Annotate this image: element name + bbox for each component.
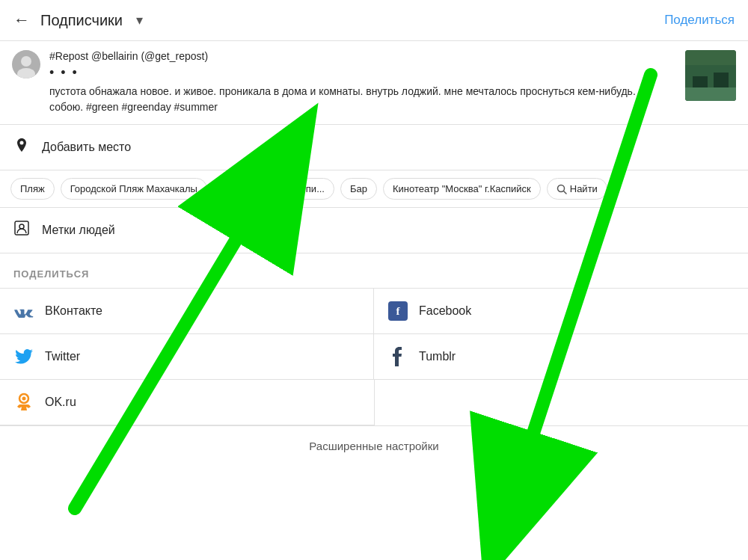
share-button[interactable]: Поделиться: [664, 13, 735, 28]
svg-point-13: [22, 397, 26, 401]
share-heading: ПОДЕЛИТЬСЯ: [13, 268, 89, 280]
avatar: [12, 50, 40, 79]
twitter-label: Twitter: [45, 350, 80, 363]
svg-point-11: [19, 224, 24, 229]
chip-bar[interactable]: Бар: [340, 178, 377, 200]
okru-label: OK.ru: [45, 396, 76, 409]
post-section: #Repost @bellairin (@get_repost) • • • п…: [0, 41, 748, 125]
dropdown-icon[interactable]: ▾: [136, 12, 143, 28]
vk-icon: [13, 301, 34, 321]
social-item-okru[interactable]: OK.ru: [0, 380, 374, 425]
social-item-facebook[interactable]: f Facebook: [374, 289, 748, 334]
tag-section[interactable]: Метки людей: [0, 208, 748, 253]
advanced-label: Расширенные настройки: [309, 440, 438, 452]
page-title: Подписчики: [40, 12, 123, 29]
facebook-label: Facebook: [419, 304, 471, 318]
okru-icon: [13, 392, 34, 413]
svg-rect-7: [685, 87, 736, 101]
location-label: Добавить место: [42, 141, 131, 154]
svg-point-1: [21, 56, 31, 67]
tumblr-icon: [387, 346, 408, 367]
social-item-tumblr[interactable]: Tumblr: [374, 334, 748, 380]
tag-label: Метки людей: [42, 224, 115, 237]
post-text: пустота обнажала новое. и живое. проника…: [49, 84, 676, 115]
chip-chempis[interactable]: Чемпи...: [278, 178, 334, 200]
chip-plyazh[interactable]: Пляж: [10, 178, 55, 200]
social-item-twitter[interactable]: Twitter: [0, 334, 374, 380]
chips-section: Пляж Городской Пляж Махачкалы Kaspiysk Ч…: [0, 170, 748, 208]
tag-icon: [13, 220, 30, 241]
advanced-section[interactable]: Расширенные настройки: [0, 426, 748, 467]
svg-line-9: [563, 191, 566, 194]
facebook-icon: f: [387, 301, 408, 321]
share-heading-section: ПОДЕЛИТЬСЯ: [0, 253, 748, 289]
twitter-icon: [13, 346, 34, 367]
chip-kino[interactable]: Кинотеатр "Москва" г.Каспийск: [383, 178, 541, 200]
post-dots: • • •: [49, 65, 676, 81]
chip-search[interactable]: Найти: [547, 178, 607, 200]
header-left: ← Подписчики ▾: [13, 10, 143, 30]
location-icon: [13, 137, 30, 158]
chip-kaspiysk[interactable]: Kaspiysk: [213, 178, 272, 200]
vkontakte-label: ВКонтакте: [45, 304, 102, 318]
tumblr-label: Tumblr: [419, 350, 456, 363]
location-section[interactable]: Добавить место: [0, 125, 748, 170]
social-grid: ВКонтакте f Facebook Twitter Tumblr: [0, 289, 748, 380]
back-button[interactable]: ←: [13, 10, 30, 30]
chip-gorodskoy[interactable]: Городской Пляж Махачкалы: [61, 178, 207, 200]
header: ← Подписчики ▾ Поделиться: [0, 0, 748, 41]
repost-tag: #Repost @bellairin (@get_repost): [49, 50, 676, 62]
post-content: #Repost @bellairin (@get_repost) • • • п…: [49, 50, 676, 115]
social-item-vkontakte[interactable]: ВКонтакте: [0, 289, 374, 334]
post-image: [685, 50, 736, 101]
